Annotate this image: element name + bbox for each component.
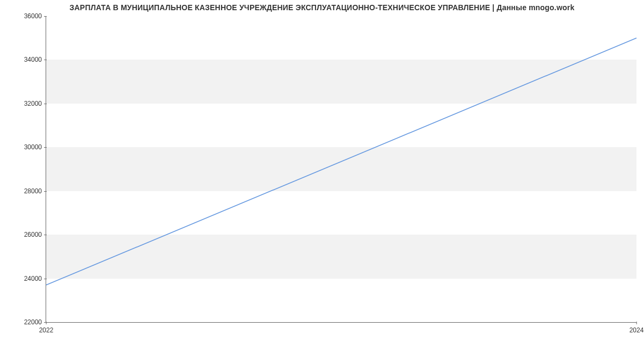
line-series [46,16,636,322]
y-tick-label: 30000 [24,143,46,151]
y-tick-label: 36000 [24,12,46,20]
y-tick-label: 28000 [24,187,46,195]
x-tick-label: 2022 [39,322,54,334]
data-line [46,38,636,285]
x-tick-label: 2024 [630,322,644,334]
chart-container: ЗАРПЛАТА В МУНИЦИПАЛЬНОЕ КАЗЕННОЕ УЧРЕЖД… [0,0,644,349]
y-tick-label: 32000 [24,100,46,107]
chart-title: ЗАРПЛАТА В МУНИЦИПАЛЬНОЕ КАЗЕННОЕ УЧРЕЖД… [0,3,644,12]
y-tick-label: 26000 [24,231,46,238]
y-tick-label: 34000 [24,56,46,63]
y-tick-label: 24000 [24,275,46,282]
plot-area: 2200024000260002800030000320003400036000… [46,16,636,323]
